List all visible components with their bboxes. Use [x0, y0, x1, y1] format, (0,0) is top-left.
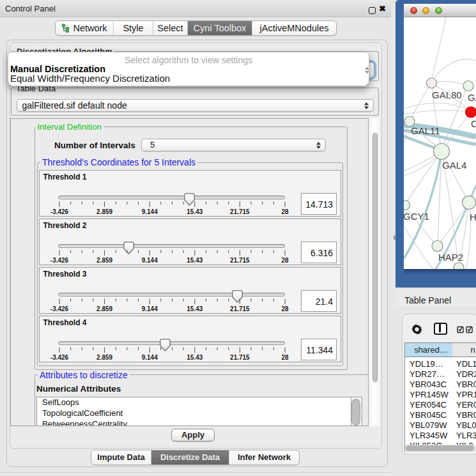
svg-text:9.144: 9.144	[141, 208, 157, 215]
svg-text:C: C	[471, 118, 476, 129]
svg-text:2.859: 2.859	[96, 354, 112, 361]
svg-text:-3.426: -3.426	[50, 208, 68, 215]
svg-text:-3.426: -3.426	[50, 257, 68, 264]
svg-text:9.144: 9.144	[141, 354, 157, 361]
svg-text:-3.426: -3.426	[50, 305, 68, 312]
svg-text:15.43: 15.43	[187, 208, 203, 215]
svg-text:-3.426: -3.426	[50, 354, 68, 361]
svg-text:GA.: GA.	[468, 92, 476, 103]
svg-text:21.715: 21.715	[230, 257, 250, 264]
svg-text:21.715: 21.715	[230, 208, 250, 215]
svg-text:HAP2: HAP2	[438, 252, 463, 263]
svg-text:GAL4: GAL4	[442, 160, 466, 171]
svg-text:21.715: 21.715	[230, 305, 250, 312]
svg-text:2.859: 2.859	[96, 208, 112, 215]
svg-text:H: H	[470, 211, 476, 222]
svg-text:15.43: 15.43	[187, 354, 203, 361]
svg-text:GAL80: GAL80	[432, 89, 462, 100]
svg-text:9.144: 9.144	[141, 305, 157, 312]
svg-text:28: 28	[281, 208, 289, 215]
svg-text:2.859: 2.859	[96, 305, 112, 312]
svg-text:GCY1: GCY1	[404, 211, 429, 222]
svg-text:GAL11: GAL11	[411, 125, 440, 136]
svg-text:28: 28	[281, 305, 289, 312]
svg-text:15.43: 15.43	[187, 257, 203, 264]
svg-text:2.859: 2.859	[96, 257, 112, 264]
svg-text:9.144: 9.144	[141, 257, 157, 264]
svg-text:15.43: 15.43	[187, 305, 203, 312]
svg-text:28: 28	[281, 354, 289, 361]
svg-text:21.715: 21.715	[230, 354, 250, 361]
svg-text:28: 28	[281, 257, 289, 264]
